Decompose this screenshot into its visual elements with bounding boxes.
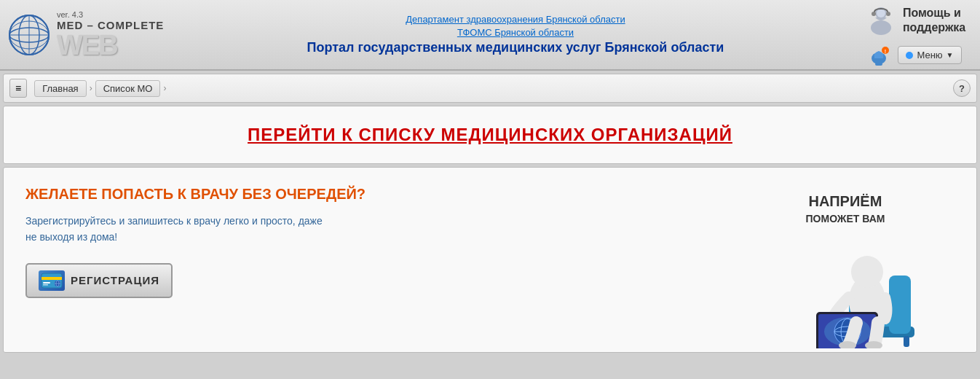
napryem-title: НАПРИЁМ	[809, 193, 882, 210]
svg-point-11	[886, 12, 890, 16]
menu-button[interactable]: Меню ▼	[898, 46, 961, 64]
header: ver. 4.3 MED – COMPLETE WEB Департамент …	[0, 0, 980, 71]
portal-title: Портал государственных медицинских услуг…	[307, 40, 724, 55]
card-heading: ЖЕЛАЕТЕ ПОПАСТЬ К ВРАЧУ БЕЗ ОЧЕРЕДЕЙ?	[25, 186, 722, 203]
home-label: Главная	[42, 83, 78, 94]
svg-point-10	[872, 12, 876, 16]
logo-web: WEB	[57, 31, 117, 59]
svg-rect-26	[904, 336, 909, 347]
card-info: ЖЕЛАЕТЕ ПОПАСТЬ К ВРАЧУ БЕЗ ОЧЕРЕДЕЙ? За…	[3, 167, 977, 353]
svg-rect-18	[43, 282, 50, 284]
svg-rect-17	[42, 277, 62, 280]
hamburger-button[interactable]: ≡	[9, 79, 27, 98]
notification-icon[interactable]: !	[867, 44, 890, 67]
bell-icon: !	[867, 44, 890, 67]
list-label: Список МО	[103, 83, 153, 94]
svg-point-29	[851, 256, 883, 288]
menu-label: Меню	[917, 50, 942, 60]
illustration	[754, 232, 936, 334]
svg-point-8	[871, 20, 891, 35]
logo-text-block: ver. 4.3 MED – COMPLETE WEB	[57, 10, 164, 59]
help-button[interactable]: ?	[953, 79, 971, 97]
card-link: ПЕРЕЙТИ К СПИСКУ МЕДИЦИНСКИХ ОРГАНИЗАЦИЙ	[3, 106, 977, 164]
logo-version: ver. 4.3	[57, 10, 83, 19]
menu-area: ! Меню ▼	[867, 44, 961, 67]
svg-point-9	[877, 9, 885, 17]
svg-text:!: !	[885, 49, 886, 54]
menu-chevron-icon: ▼	[947, 51, 954, 59]
svg-rect-27	[889, 276, 911, 334]
help-person-icon	[864, 3, 898, 38]
card-info-right: НАПРИЁМ ПОМОЖЕТ ВАМ	[736, 186, 955, 334]
card-info-left: ЖЕЛАЕТЕ ПОПАСТЬ К ВРАЧУ БЕЗ ОЧЕРЕДЕЙ? За…	[25, 186, 722, 334]
header-center: Департамент здравоохранения Брянской обл…	[175, 14, 856, 55]
medical-orgs-link[interactable]: ПЕРЕЙТИ К СПИСКУ МЕДИЦИНСКИХ ОРГАНИЗАЦИЙ	[248, 125, 732, 145]
breadcrumb-arrow-icon: ›	[90, 83, 92, 93]
card-icon	[41, 273, 63, 289]
main-content: ПЕРЕЙТИ К СПИСКУ МЕДИЦИНСКИХ ОРГАНИЗАЦИЙ…	[3, 106, 977, 353]
reg-button-icon	[39, 270, 65, 291]
hamburger-icon: ≡	[15, 82, 21, 94]
breadcrumb-arrow2-icon: ›	[163, 83, 166, 93]
svg-rect-19	[43, 284, 48, 286]
svg-rect-13	[875, 63, 882, 66]
breadcrumb-list[interactable]: Список МО	[95, 80, 161, 97]
reg-button-text: РЕГИСТРАЦИЯ	[71, 274, 159, 286]
help-text: Помощь и поддержка	[903, 6, 965, 34]
napryem-sub: ПОМОЖЕТ ВАМ	[806, 213, 885, 224]
menu-dot	[906, 52, 913, 59]
breadcrumb-bar: ≡ Главная › Список МО › ?	[3, 74, 977, 103]
person-laptop-illustration	[754, 232, 936, 348]
tfoms-link[interactable]: ТФОМС Брянской области	[457, 27, 574, 38]
breadcrumb-home[interactable]: Главная	[34, 80, 86, 97]
header-right: Помощь и поддержка ! Меню ▼	[856, 3, 973, 67]
registration-button[interactable]: РЕГИСТРАЦИЯ	[25, 263, 173, 298]
logo-area: ver. 4.3 MED – COMPLETE WEB	[7, 10, 175, 59]
globe-icon	[7, 13, 51, 57]
card-text: Зарегистрируйтесь и запишитесь к врачу л…	[25, 213, 426, 246]
dept-link[interactable]: Департамент здравоохранения Брянской обл…	[406, 14, 625, 25]
help-area: Помощь и поддержка	[864, 3, 965, 38]
help-question-icon: ?	[959, 83, 965, 94]
